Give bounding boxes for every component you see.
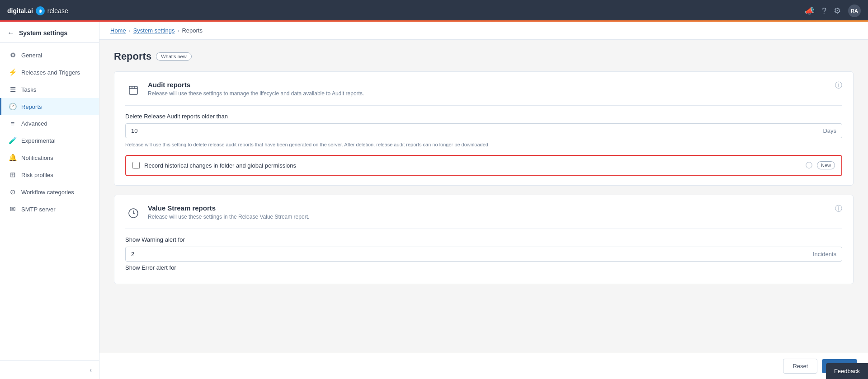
svg-rect-0 xyxy=(129,86,137,94)
collapse-sidebar-button[interactable]: ‹ xyxy=(90,366,92,374)
record-historical-checkbox[interactable] xyxy=(132,162,140,169)
page-footer: Reset Save xyxy=(99,353,868,379)
reset-button[interactable]: Reset xyxy=(783,359,817,374)
sidebar-item-label: General xyxy=(21,52,42,59)
notifications-icon: 🔔 xyxy=(9,154,17,162)
value-stream-title: Value Stream reports xyxy=(148,204,309,212)
sidebar-item-label: Risk profiles xyxy=(21,172,53,178)
value-stream-subtitle: Release will use these settings in the R… xyxy=(148,214,309,220)
sidebar-title: System settings xyxy=(19,29,67,37)
audit-reports-header: Audit reports Release will use these set… xyxy=(125,81,842,106)
sidebar-item-label: Tasks xyxy=(21,86,36,93)
tasks-icon: ☰ xyxy=(9,85,17,94)
audit-reports-icon xyxy=(125,82,142,98)
releases-icon: ⚡ xyxy=(9,68,17,76)
experimental-icon: 🧪 xyxy=(9,136,17,145)
value-stream-header-left: Value Stream reports Release will use th… xyxy=(125,204,309,221)
delete-hint: Release will use this setting to delete … xyxy=(125,141,842,149)
delete-suffix: Days xyxy=(817,124,842,138)
page-title-row: Reports What's new xyxy=(114,51,854,62)
value-stream-reports-header: Value Stream reports Release will use th… xyxy=(125,204,842,229)
breadcrumb-home[interactable]: Home xyxy=(110,27,126,34)
sidebar: ← System settings ⚙ General ⚡ Releases a… xyxy=(0,22,99,379)
main-content: Home › System settings › Reports Reports… xyxy=(99,22,868,379)
record-historical-checkbox-row: Record historical changes in folder and … xyxy=(125,155,842,176)
app-body: ← System settings ⚙ General ⚡ Releases a… xyxy=(0,22,868,379)
sidebar-item-releases-triggers[interactable]: ⚡ Releases and Triggers xyxy=(0,64,99,81)
brand-name: digital.ai xyxy=(7,7,33,14)
risk-profiles-icon: ⊞ xyxy=(9,171,17,179)
brand-product: release xyxy=(47,7,68,14)
value-stream-icon xyxy=(125,205,142,221)
warning-value-input[interactable] xyxy=(126,247,807,261)
audit-reports-subtitle: Release will use these settings to manag… xyxy=(148,90,364,97)
new-badge: New xyxy=(817,161,835,169)
audit-reports-title-group: Audit reports Release will use these set… xyxy=(148,81,364,97)
release-icon: ⊕ xyxy=(36,6,45,15)
audit-reports-title: Audit reports xyxy=(148,81,364,89)
page-content: Reports What's new xyxy=(99,40,868,353)
sidebar-item-label: Reports xyxy=(21,103,42,110)
sidebar-footer: ‹ xyxy=(0,360,99,379)
sidebar-nav: ⚙ General ⚡ Releases and Triggers ☰ Task… xyxy=(0,43,99,360)
sidebar-item-reports[interactable]: 🕐 Reports xyxy=(0,98,99,115)
sidebar-item-experimental[interactable]: 🧪 Experimental xyxy=(0,132,99,149)
delete-value-input[interactable] xyxy=(126,124,817,138)
general-icon: ⚙ xyxy=(9,51,17,59)
workflow-icon: ⊙ xyxy=(9,188,17,196)
page-title: Reports xyxy=(114,51,151,62)
feedback-button[interactable]: Feedback xyxy=(826,363,868,379)
advanced-icon: ≡ xyxy=(9,120,17,127)
sidebar-header: ← System settings xyxy=(0,22,99,43)
audit-reports-help-icon[interactable]: ⓘ xyxy=(835,81,842,90)
megaphone-icon[interactable]: 📣 xyxy=(805,6,815,16)
sidebar-item-label: Releases and Triggers xyxy=(21,69,80,76)
settings-icon[interactable]: ⚙ xyxy=(834,6,841,16)
warning-input-row: Incidents xyxy=(125,247,842,262)
value-stream-title-group: Value Stream reports Release will use th… xyxy=(148,204,309,220)
sidebar-item-label: Workflow categories xyxy=(21,189,74,196)
sidebar-item-notifications[interactable]: 🔔 Notifications xyxy=(0,149,99,166)
breadcrumb: Home › System settings › Reports xyxy=(99,22,868,40)
warning-field-label: Show Warning alert for xyxy=(125,236,842,243)
record-historical-label: Record historical changes in folder and … xyxy=(144,162,801,169)
error-field-label: Show Error alert for xyxy=(125,264,842,271)
breadcrumb-system-settings[interactable]: System settings xyxy=(133,27,175,34)
checkbox-help-icon[interactable]: ⓘ xyxy=(806,161,812,170)
sidebar-item-label: Notifications xyxy=(21,154,53,161)
warning-suffix: Incidents xyxy=(807,247,842,261)
whats-new-button[interactable]: What's new xyxy=(156,52,192,61)
reports-icon: 🕐 xyxy=(9,103,17,111)
breadcrumb-reports: Reports xyxy=(182,27,203,34)
navbar-divider xyxy=(0,20,868,22)
value-stream-reports-card: Value Stream reports Release will use th… xyxy=(114,195,854,284)
navbar-icons: 📣 ? ⚙ RA xyxy=(805,5,861,17)
breadcrumb-sep-2: › xyxy=(177,28,179,34)
sidebar-item-label: SMTP server xyxy=(21,206,56,213)
value-stream-help-icon[interactable]: ⓘ xyxy=(835,204,842,214)
sidebar-item-risk-profiles[interactable]: ⊞ Risk profiles xyxy=(0,166,99,183)
delete-field-label: Delete Release Audit reports older than xyxy=(125,113,842,120)
sidebar-item-label: Experimental xyxy=(21,137,56,144)
sidebar-item-tasks[interactable]: ☰ Tasks xyxy=(0,81,99,98)
delete-input-row: Days xyxy=(125,123,842,138)
sidebar-item-smtp-server[interactable]: ✉ SMTP server xyxy=(0,201,99,218)
sidebar-item-general[interactable]: ⚙ General xyxy=(0,47,99,64)
brand-logo: digital.ai ⊕ release xyxy=(7,6,68,15)
user-avatar[interactable]: RA xyxy=(848,5,861,17)
smtp-icon: ✉ xyxy=(9,205,17,213)
sidebar-item-advanced[interactable]: ≡ Advanced xyxy=(0,115,99,132)
help-icon[interactable]: ? xyxy=(822,6,826,16)
back-icon[interactable]: ← xyxy=(7,29,14,37)
audit-reports-header-left: Audit reports Release will use these set… xyxy=(125,81,364,98)
audit-reports-card: Audit reports Release will use these set… xyxy=(114,71,854,186)
sidebar-item-label: Advanced xyxy=(21,120,47,127)
sidebar-item-workflow-categories[interactable]: ⊙ Workflow categories xyxy=(0,183,99,201)
breadcrumb-sep-1: › xyxy=(129,28,131,34)
navbar: digital.ai ⊕ release 📣 ? ⚙ RA xyxy=(0,0,868,22)
